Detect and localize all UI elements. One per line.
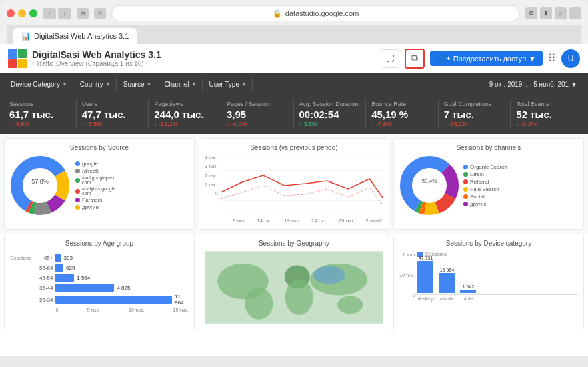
minimize-button[interactable]	[18, 9, 26, 17]
date-range[interactable]: 9 окт. 2019 г. - 5 нояб. 201 ▼	[484, 78, 583, 91]
close-button[interactable]	[7, 9, 15, 17]
metric-bounce-rate-label: Bounce Rate	[371, 101, 434, 107]
chart-sessions-by-channel: Sessions by channels 53.4% Orga	[393, 138, 584, 230]
device-y-axis: 1 млн 10 тыс. 0	[399, 251, 415, 298]
browser-action-1[interactable]: ⚙	[525, 7, 537, 19]
filter-user-type[interactable]: User Type ▼	[204, 78, 253, 91]
tab-bar: 📊 DigitalSasi Web Analytics 3.1	[7, 25, 581, 44]
age-bars: 65+ 393 55-64 629 45-54 1 554	[34, 254, 189, 312]
filter-channel-label: Channel	[164, 81, 189, 88]
filter-device-label: Device Category	[11, 81, 60, 88]
filter-country-label: Country	[80, 81, 103, 88]
app-header: DigitalSasi Web Analytics 3.1 ‹ Traffic …	[0, 44, 588, 73]
bottom-charts: Sessions by Age group Sessions 65+ 393 5…	[0, 234, 588, 334]
donut-chart-source: 57.8%	[10, 155, 70, 216]
metric-pages-session-label: Pages / Session	[227, 101, 289, 107]
filter-source-arrow: ▼	[146, 81, 151, 87]
age-x-axis: 05 тыс.10 тыс.15 тыс.	[34, 308, 189, 312]
apps-icon[interactable]: ⠿	[548, 52, 556, 65]
metric-sessions-change: ↓ -8,6%	[9, 121, 72, 127]
device-bar-tablet: 1 042	[460, 284, 476, 293]
metric-goal-completions-label: Goal Completions	[444, 101, 507, 107]
chart-sessions-by-source: Sessions by Source 57.8%	[4, 138, 195, 230]
browser-action-4[interactable]: ⋮	[569, 7, 581, 19]
copy-button[interactable]: ⧉	[405, 49, 425, 69]
maximize-button[interactable]	[29, 9, 37, 17]
browser-action-2[interactable]: ⬇	[540, 7, 552, 19]
svg-rect-1	[18, 49, 27, 58]
url-text: datastudio.google.com	[285, 9, 359, 17]
metric-users-change: ↓ -8,5%	[82, 121, 145, 127]
fullscreen-button[interactable]: ⛶	[381, 49, 399, 68]
forward-button[interactable]: ›	[58, 8, 71, 19]
filter-device-category[interactable]: Device Category ▼	[5, 78, 73, 91]
x-axis-labels: 9 окт. 14 окт. 19 окт. 24 окт. 29 окт. 3…	[205, 218, 383, 224]
traffic-lights	[7, 9, 37, 17]
svg-point-29	[285, 280, 313, 316]
date-range-text: 9 окт. 2019 г. - 5 нояб. 201	[489, 81, 569, 88]
header-actions: ⛶ ⧉ 👤+ Предоставить доступ ▼ ⠿ U	[381, 49, 580, 69]
user-avatar[interactable]: U	[561, 49, 580, 68]
device-chart: Sessions 47 731 15 964 1 042	[417, 251, 578, 301]
chart-sessions-channel-title: Sessions by channels	[399, 144, 578, 151]
chart-sessions-by-geography: Sessions by Geography	[199, 234, 389, 330]
subtitle-arrow2: ›	[145, 60, 147, 67]
metric-pages-session-value: 3,95	[227, 109, 289, 121]
device-x-labels: desktop mobile tablet	[417, 296, 578, 301]
metric-sessions: Sessions 61,7 тыс. ↓ -8,6%	[5, 99, 77, 129]
back-button[interactable]: ‹	[43, 8, 56, 19]
active-tab[interactable]: 📊 DigitalSasi Web Analytics 3.1	[13, 28, 137, 44]
metric-avg-duration-value: 00:02:54	[299, 109, 362, 121]
metric-avg-duration-change: ↑ 3.5%	[299, 121, 362, 127]
chart-sessions-by-device: Sessions by Device category 1 млн 10 тыс…	[393, 234, 584, 330]
metric-users-label: Users	[82, 101, 145, 107]
bar-3544: 35-44 4 825	[34, 284, 189, 292]
date-range-arrow: ▼	[571, 81, 577, 88]
filter-device-arrow: ▼	[62, 81, 67, 87]
bar-65plus: 65+ 393	[34, 254, 189, 262]
metric-total-events-value: 52 тыс.	[516, 109, 579, 121]
metric-bounce-rate-change: ↓ -7,9%	[371, 121, 434, 127]
app-title: DigitalSasi Web Analytics 3.1	[32, 49, 381, 60]
filter-channel[interactable]: Channel ▼	[159, 78, 202, 91]
share-dropdown-arrow: ▼	[529, 55, 536, 63]
share-button-label: Предоставить доступ	[453, 55, 526, 63]
app-title-area: DigitalSasi Web Analytics 3.1 ‹ Traffic …	[32, 49, 381, 67]
app-subtitle: ‹ Traffic Overview (Страница 1 из 16) ›	[32, 60, 381, 67]
filter-country[interactable]: Country ▼	[75, 78, 117, 91]
metric-goal-completions: Goal Completions 7 тыс. ↓ -35,2%	[440, 99, 511, 129]
svg-rect-2	[8, 59, 17, 68]
browser-action-3[interactable]: ☆	[555, 7, 567, 19]
chart-sessions-by-age: Sessions by Age group Sessions 65+ 393 5…	[4, 234, 195, 330]
metric-avg-duration-label: Avg. Session Duration	[299, 101, 362, 107]
filter-source[interactable]: Source ▼	[118, 78, 158, 91]
address-bar[interactable]: 🔒 datastudio.google.com	[111, 5, 520, 21]
metric-pageviews-label: Pageviews	[154, 101, 217, 107]
source-legend: google (direct) mail.googleplex.com anal…	[75, 161, 117, 210]
metric-sessions-label: Sessions	[9, 101, 72, 107]
window-control[interactable]: ⊞	[77, 8, 89, 19]
person-add-icon: 👤+	[437, 54, 450, 63]
metric-pageviews-change: ↓ -12,2%	[154, 121, 217, 127]
device-bar-desktop: 47 731	[417, 256, 433, 293]
svg-point-31	[337, 296, 363, 314]
filter-user-type-arrow: ▼	[241, 81, 247, 87]
svg-point-32	[313, 266, 345, 284]
donut-chart-channel: 53.4%	[399, 155, 459, 216]
filter-country-arrow: ▼	[105, 81, 111, 87]
filter-source-label: Source	[123, 81, 145, 88]
metric-bounce-rate: Bounce Rate 45,19 % ↓ -7,9%	[367, 99, 439, 129]
share-button[interactable]: 👤+ Предоставить доступ ▼	[430, 51, 543, 66]
chart-sessions-line-title: Sessions (vs previous period)	[205, 144, 383, 151]
y-axis-labels: 4 тыс. 3 тыс. 2 тыс. 1 тыс. 0	[205, 155, 219, 196]
svg-text:57.8%: 57.8%	[31, 178, 49, 185]
metric-goal-completions-value: 7 тыс.	[444, 109, 507, 121]
metric-sessions-value: 61,7 тыс.	[9, 109, 72, 121]
app-logo	[8, 49, 27, 68]
tab-title: DigitalSasi Web Analytics 3.1	[34, 32, 129, 40]
browser-chrome: ‹ › ⊞ ↻ 🔒 datastudio.google.com ⚙ ⬇ ☆ ⋮ …	[0, 0, 588, 44]
filter-channel-arrow: ▼	[191, 81, 197, 87]
svg-rect-0	[8, 49, 17, 59]
svg-rect-3	[18, 59, 27, 68]
reload-button[interactable]: ↻	[94, 8, 106, 19]
